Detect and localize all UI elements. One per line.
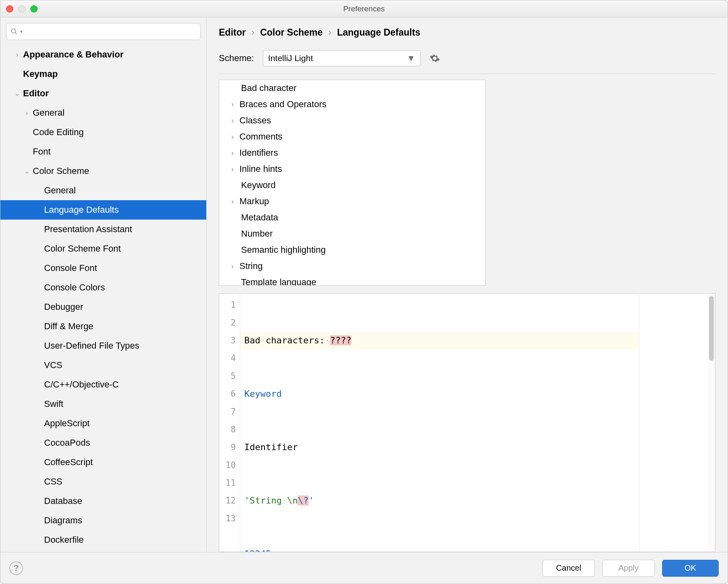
sidebar-item-label: Console Colors [43, 282, 105, 293]
category-item[interactable]: ›Braces and Operators [219, 96, 485, 112]
category-item[interactable]: ›Comments [219, 129, 485, 145]
sidebar-item[interactable]: General [0, 181, 206, 200]
scheme-select[interactable]: IntelliJ Light ▼ [263, 50, 421, 66]
sidebar-item[interactable]: ›General [0, 103, 206, 123]
sidebar-item[interactable]: Font [0, 142, 206, 161]
category-item[interactable]: ›Classes [219, 112, 485, 129]
sidebar-item[interactable]: CoffeeScript [0, 453, 206, 472]
sidebar-item[interactable]: ›Appearance & Behavior [0, 45, 206, 64]
category-item[interactable]: ›Inline hints [219, 161, 485, 177]
sidebar-item[interactable]: AppleScript [0, 414, 206, 433]
sidebar-item[interactable]: Dockerfile [0, 530, 206, 550]
sidebar-item[interactable]: CSS [0, 472, 206, 491]
line-number: 5 [219, 367, 236, 385]
sidebar-item[interactable]: ⌄Color Scheme [0, 161, 206, 181]
category-item[interactable]: Metadata [219, 209, 485, 226]
help-button[interactable]: ? [9, 561, 23, 575]
sidebar-item-label: Color Scheme Font [43, 243, 121, 254]
ok-button[interactable]: OK [662, 560, 719, 577]
sidebar-item[interactable]: Color Scheme Font [0, 239, 206, 258]
sidebar-item[interactable]: User-Defined File Types [0, 336, 206, 355]
sidebar-item[interactable]: Console Font [0, 258, 206, 278]
chevron-right-icon: › [21, 109, 32, 117]
sidebar-item-label: Keymap [22, 69, 58, 79]
breadcrumb-editor[interactable]: Editor [219, 27, 245, 38]
settings-tree[interactable]: ›Appearance & BehaviorKeymap⌄Editor›Gene… [0, 45, 206, 552]
category-item[interactable]: Semantic highlighting [219, 242, 485, 258]
category-label: Semantic highlighting [241, 245, 326, 255]
search-wrap: ▾ [0, 17, 206, 45]
chevron-down-icon: ⌄ [12, 89, 22, 98]
category-item[interactable]: Number [219, 226, 485, 242]
category-item[interactable]: ›Markup [219, 193, 485, 209]
breadcrumb-language-defaults: Language Defaults [337, 27, 420, 38]
category-label: Identifiers [239, 148, 278, 158]
line-number: 7 [219, 403, 236, 421]
category-label: Template language [241, 277, 316, 286]
sidebar-item-label: General [43, 185, 76, 196]
apply-button[interactable]: Apply [602, 560, 655, 577]
titlebar: Preferences [0, 0, 728, 17]
sidebar-item-label: Font [32, 146, 51, 157]
sidebar-item-label: Swift [43, 399, 63, 409]
sidebar-item[interactable]: C/C++/Objective-C [0, 375, 206, 394]
sidebar-item[interactable]: Debugger [0, 297, 206, 317]
sidebar-item-label: Diff & Merge [43, 321, 93, 332]
category-item[interactable]: Bad character [219, 80, 485, 96]
line-gutter: 12345678910111213 [219, 294, 240, 552]
sidebar-item[interactable]: Keymap [0, 64, 206, 84]
scrollbar-thumb[interactable] [709, 296, 714, 361]
breadcrumb-color-scheme[interactable]: Color Scheme [260, 27, 323, 38]
string-token: 'String·\n [244, 495, 298, 506]
sidebar-item-label: Code Editing [32, 127, 84, 138]
sidebar-item[interactable]: Presentation Assistant [0, 220, 206, 239]
gear-icon[interactable] [430, 53, 440, 63]
sidebar-item-label: CSS [43, 476, 62, 487]
search-field[interactable] [26, 27, 196, 36]
category-item[interactable]: ›String [219, 258, 485, 274]
sidebar-item[interactable]: Code Editing [0, 123, 206, 142]
category-label: Number [241, 229, 273, 239]
category-list[interactable]: Bad character›Braces and Operators›Class… [219, 80, 486, 286]
sidebar-item[interactable]: Language Defaults [0, 200, 206, 220]
search-input[interactable]: ▾ [6, 23, 201, 40]
chevron-down-icon: ▼ [407, 53, 415, 63]
scheme-row: Scheme: IntelliJ Light ▼ [219, 50, 715, 74]
sidebar-item-label: Language Defaults [43, 205, 119, 215]
sidebar-item[interactable]: Swift [0, 394, 206, 414]
category-item[interactable]: Template language [219, 274, 485, 286]
category-label: Braces and Operators [239, 99, 326, 110]
scheme-value: IntelliJ Light [268, 53, 313, 63]
sidebar-item-label: Editor [22, 88, 49, 99]
preview-editor: 12345678910111213 Bad·characters:·???? K… [219, 293, 715, 552]
sidebar-item-label: AppleScript [43, 418, 90, 429]
sidebar-item-label: Appearance & Behavior [22, 49, 123, 60]
sidebar-item[interactable]: VCS [0, 355, 206, 375]
category-label: Metadata [241, 212, 278, 223]
line-number: 12 [219, 492, 236, 510]
escape-token: \? [298, 495, 309, 506]
string-token: ' [309, 495, 314, 506]
cancel-button[interactable]: Cancel [542, 560, 595, 577]
bad-chars: ???? [330, 335, 351, 345]
sidebar-item[interactable]: Console Colors [0, 278, 206, 297]
keyword-token: Keyword [244, 389, 282, 399]
category-item[interactable]: Keyword [219, 177, 485, 193]
sidebar-item[interactable]: Database [0, 491, 206, 511]
chevron-right-icon: › [227, 116, 238, 125]
category-label: Inline hints [239, 164, 282, 174]
sidebar-item-label: Color Scheme [32, 166, 89, 176]
chevron-down-icon: ⌄ [21, 167, 32, 176]
sidebar-item[interactable]: ⌄Editor [0, 84, 206, 103]
sidebar-item[interactable]: Diagrams [0, 511, 206, 530]
dialog-footer: ? Cancel Apply OK [0, 552, 728, 584]
sidebar-item[interactable]: Diff & Merge [0, 317, 206, 336]
right-gutter [639, 294, 708, 552]
sidebar-item-label: User-Defined File Types [43, 341, 140, 351]
scrollbar[interactable] [708, 294, 715, 552]
identifier-token: Identifier [244, 442, 298, 452]
sidebar-item[interactable]: CocoaPods [0, 433, 206, 453]
scheme-label: Scheme: [219, 53, 254, 63]
category-item[interactable]: ›Identifiers [219, 145, 485, 161]
svg-point-0 [11, 29, 16, 33]
